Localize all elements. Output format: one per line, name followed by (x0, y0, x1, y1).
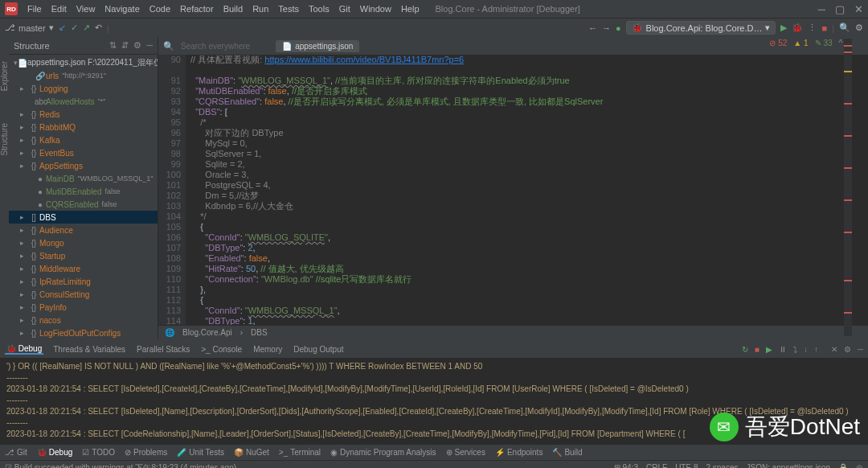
more-actions-icon[interactable]: ⋮ (808, 23, 817, 33)
menu-build[interactable]: Build (219, 4, 248, 14)
editor-source[interactable]: // 具体配置看视频: https://www.bilibili.com/vid… (186, 55, 868, 325)
structure-node-logging[interactable]: ▸{}Logging (9, 82, 158, 95)
menu-edit[interactable]: Edit (47, 4, 72, 14)
step-into-icon[interactable]: ↓ (804, 345, 808, 354)
close-icon[interactable]: ✕ (854, 3, 863, 15)
collapse-all-icon[interactable]: ⇵ (121, 40, 129, 51)
menu-view[interactable]: View (72, 4, 100, 14)
structure-node-dbs[interactable]: ▸[]DBS (9, 211, 158, 224)
caret-position[interactable]: ⊞ 94:3 (614, 463, 638, 468)
git-branch-selector[interactable]: ⎇ master ▾ (5, 23, 54, 33)
step-out-icon[interactable]: ↑ (814, 345, 818, 354)
history-icon[interactable]: ↶ (95, 23, 102, 33)
toolwin-dynamic-program-analysis[interactable]: ◉Dynamic Program Analysis (330, 448, 436, 457)
pause-icon[interactable]: ⏸ (779, 345, 787, 354)
structure-node-urls[interactable]: 🔗urls"http://*:9291" (9, 69, 158, 82)
toolstrip-explorer[interactable]: Explorer (0, 61, 9, 91)
resume-icon[interactable]: ▶ (766, 345, 772, 354)
menu-file[interactable]: File (23, 4, 47, 14)
structure-node-ipratelimiting[interactable]: ▸{}IpRateLimiting (9, 275, 158, 288)
structure-node-mongo[interactable]: ▸{}Mongo (9, 236, 158, 249)
toolwin-endpoints[interactable]: ⚡Endpoints (495, 448, 542, 457)
debug-tab-console[interactable]: >_ Console (199, 345, 244, 354)
settings-icon[interactable]: ⚙ (133, 40, 141, 51)
vcs-commit-icon[interactable]: ✓ (71, 23, 78, 33)
file-encoding[interactable]: UTF-8 (675, 463, 698, 468)
menu-code[interactable]: Code (145, 4, 175, 14)
menu-refactor[interactable]: Refactor (175, 4, 219, 14)
debug-tab-parallel-stacks[interactable]: Parallel Stacks (135, 345, 191, 354)
toolwin-services[interactable]: ⊕Services (446, 448, 485, 457)
search-icon[interactable]: 🔍 (163, 41, 174, 51)
structure-node-startup[interactable]: ▸{}Startup (9, 249, 158, 262)
structure-node-allowedhosts[interactable]: abcAllowedHosts"*" (9, 95, 158, 108)
hide-icon[interactable]: ─ (146, 40, 153, 51)
maximize-icon[interactable]: ▢ (835, 3, 845, 15)
toolwin-todo[interactable]: ☑TODO (82, 448, 115, 457)
structure-node-redis[interactable]: ▸{}Redis (9, 108, 158, 121)
menu-run[interactable]: Run (248, 4, 273, 14)
structure-node-nacos[interactable]: ▸{}nacos (9, 314, 158, 326)
toolwin-problems[interactable]: ⊘Problems (125, 448, 167, 457)
hide-icon[interactable]: ─ (858, 345, 863, 354)
editor-tab-appsettings[interactable]: 📄 appsettings.json (276, 40, 359, 52)
toolwin-terminal[interactable]: >_Terminal (279, 448, 321, 457)
search-everywhere-hint[interactable]: Search everywhere (181, 42, 250, 51)
structure-node-logfiedoutputconfigs[interactable]: ▸{}LogFiedOutPutConfigs (9, 326, 158, 339)
expand-all-icon[interactable]: ⇅ (109, 40, 117, 51)
menu-navigate[interactable]: Navigate (100, 4, 144, 14)
debug-tab-threads-variables[interactable]: Threads & Variables (51, 345, 127, 354)
toolwin-git[interactable]: ⎇Git (5, 448, 27, 457)
debug-output[interactable]: ') } OR (( [RealName] IS NOT NULL ) AND … (0, 358, 868, 444)
structure-node-appsettings[interactable]: ▸{}AppSettings (9, 159, 158, 172)
menu-help[interactable]: Help (396, 4, 424, 14)
structure-node-kafka[interactable]: ▸{}Kafka (9, 133, 158, 146)
search-everywhere-icon[interactable]: 🔍 (839, 23, 850, 33)
inspection-widget[interactable]: ⊘ 52 ▲ 1 ✎ 33 ^ v (769, 39, 849, 47)
forward-icon[interactable]: → (602, 23, 611, 33)
stop-icon[interactable]: ■ (821, 23, 827, 33)
menu-tools[interactable]: Tools (304, 4, 334, 14)
structure-node-maindb[interactable]: ●MainDB"WMBLOG_MSSQL_1" (9, 172, 158, 185)
structure-node-payinfo[interactable]: ▸{}PayInfo (9, 301, 158, 314)
structure-node-mutidbenabled[interactable]: ●MutiDBEnabledfalse (9, 185, 158, 198)
back-icon[interactable]: ← (588, 23, 597, 33)
run-configuration-selector[interactable]: 🐞 Blog.Core.Api: Blog.Core.D… ▾ (626, 21, 776, 35)
run-icon[interactable]: ▶ (780, 23, 787, 33)
vcs-push-icon[interactable]: ↗ (83, 23, 90, 33)
structure-node-eventbus[interactable]: ▸{}EventBus (9, 146, 158, 159)
debug-icon[interactable]: 🐞 (792, 23, 803, 33)
settings-icon[interactable]: ⚙ (844, 345, 851, 354)
menu-tests[interactable]: Tests (273, 4, 304, 14)
debug-tab-debug[interactable]: 🐞 Debug (5, 344, 43, 355)
structure-node-cqrsenabled[interactable]: ●CQRSEnabledfalse (9, 198, 158, 211)
debug-tab-memory[interactable]: Memory (252, 345, 284, 354)
rerun-icon[interactable]: ↻ (742, 345, 748, 354)
step-over-icon[interactable]: ⤵ (793, 345, 797, 354)
editor-gutter[interactable]: 9091929394959697989910010110210310410510… (158, 55, 186, 325)
structure-node-rabbitmq[interactable]: ▸{}RabbitMQ (9, 121, 158, 133)
schema[interactable]: JSON: appsettings.json (747, 463, 831, 468)
breadcrumbs[interactable]: 🌐 Blog.Core.Api › DBS (158, 325, 868, 339)
minimize-icon[interactable]: ─ (818, 3, 825, 15)
settings-icon[interactable]: ⚙ (855, 23, 863, 33)
line-separator[interactable]: CRLF (646, 463, 667, 468)
readonly-icon[interactable]: 🔒 (838, 463, 848, 468)
notification-icon[interactable]: ◎ (856, 463, 863, 468)
vcs-update-icon[interactable]: ↙ (59, 23, 66, 33)
toolwin-debug[interactable]: 🐞Debug (37, 448, 72, 457)
toolstrip-structure[interactable]: Structure (0, 123, 9, 156)
indent[interactable]: 2 spaces (706, 463, 738, 468)
toolwin-nuget[interactable]: 📦NuGet (234, 448, 269, 457)
close-icon[interactable]: ✕ (831, 345, 837, 354)
toolwin-build[interactable]: 🔨Build (552, 448, 582, 457)
debug-tab-debug-output[interactable]: Debug Output (292, 345, 345, 354)
structure-root[interactable]: ▾📄 appsettings.json F:\20220411_混年仅... (9, 56, 158, 69)
menu-git[interactable]: Git (334, 4, 355, 14)
structure-node-consulsetting[interactable]: ▸{}ConsulSetting (9, 288, 158, 301)
menu-window[interactable]: Window (355, 4, 396, 14)
structure-node-middleware[interactable]: ▸{}Middleware (9, 262, 158, 275)
structure-node-audience[interactable]: ▸{}Audience (9, 224, 158, 236)
stop-icon[interactable]: ■ (755, 345, 760, 354)
toolwin-unit-tests[interactable]: 🧪Unit Tests (177, 448, 224, 457)
